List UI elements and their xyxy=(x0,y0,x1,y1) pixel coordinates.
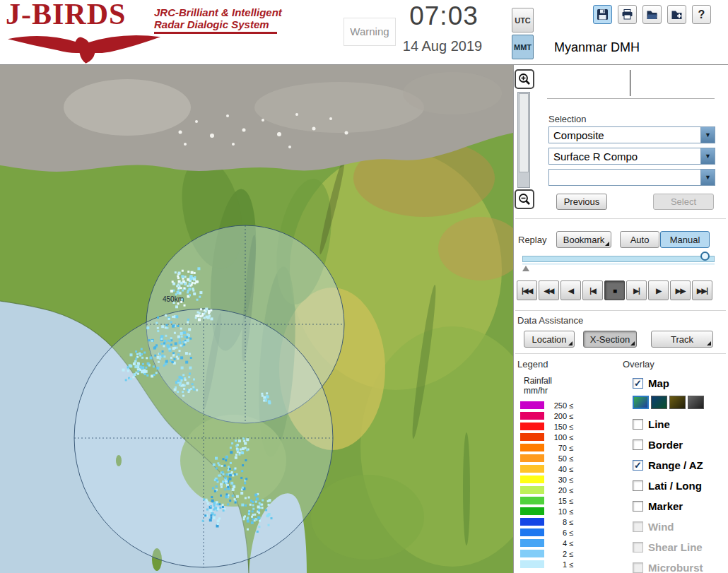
legend-row: 20≤ xyxy=(520,485,573,495)
playback-controls: |◀◀◀◀◀|◀■▶|▶▶▶▶▶| xyxy=(517,280,712,300)
zoom-in-button[interactable] xyxy=(515,69,534,89)
x-section-button[interactable]: X-Section xyxy=(583,331,637,348)
playback-last-button[interactable]: ▶▶| xyxy=(692,280,712,300)
mmt-button[interactable]: MMT xyxy=(512,35,534,59)
legend-row: 2≤ xyxy=(520,548,573,559)
composite-dropdown[interactable]: Composite ▼ xyxy=(548,126,715,143)
legend-value: 250 xyxy=(546,401,567,410)
map-style-swatch-navy-green[interactable] xyxy=(651,396,667,409)
map-style-swatch-gray-dark[interactable] xyxy=(688,396,704,409)
legend-value: 30 xyxy=(546,475,567,484)
overlay-item-border[interactable]: Border xyxy=(633,438,683,451)
export-button[interactable] xyxy=(667,5,686,24)
legend-row: 30≤ xyxy=(520,474,573,485)
playback-rewind-button[interactable]: ◀◀ xyxy=(539,280,559,300)
manual-button[interactable]: Manual xyxy=(660,231,710,248)
legend-value: 100 xyxy=(546,433,567,442)
control-panel: Selection Composite ▼ Surface R Compo ▼ … xyxy=(513,65,728,573)
legend-lte-sign: ≤ xyxy=(569,539,573,548)
checkbox-checked[interactable] xyxy=(633,460,643,471)
chevron-down-icon[interactable]: ▼ xyxy=(700,148,715,164)
print-button[interactable] xyxy=(618,5,637,24)
chevron-down-icon[interactable]: ▼ xyxy=(700,170,715,185)
checkbox[interactable] xyxy=(633,439,643,450)
legend-color-swatch xyxy=(520,412,544,420)
overlay-item-marker[interactable]: Marker xyxy=(633,500,683,513)
utc-button[interactable]: UTC xyxy=(512,8,534,33)
checkbox-checked[interactable] xyxy=(633,378,643,389)
checkbox[interactable] xyxy=(633,419,643,430)
legend-row: 100≤ xyxy=(520,432,573,442)
playback-stop-button[interactable]: ■ xyxy=(604,280,625,300)
legend-value: 8 xyxy=(546,518,567,526)
legend-value: 10 xyxy=(546,507,567,516)
save-button[interactable] xyxy=(593,5,612,24)
clock-time: 07:03 xyxy=(401,1,486,31)
logo-title: J-BIRDS xyxy=(6,0,126,31)
auto-button[interactable]: Auto xyxy=(620,231,659,248)
legend-lte-sign: ≤ xyxy=(569,518,573,526)
chevron-down-icon[interactable]: ▼ xyxy=(700,127,715,143)
legend-unit-line2: mm/hr xyxy=(524,386,548,396)
overlay-item-wind: Wind xyxy=(633,520,674,533)
help-icon: ? xyxy=(698,8,705,21)
radar-map[interactable]: 450km xyxy=(0,65,513,573)
zoom-in-icon xyxy=(517,72,532,86)
zoom-scrollbar-thumb[interactable] xyxy=(519,93,529,172)
product-dropdown[interactable]: Surface R Compo ▼ xyxy=(548,148,715,165)
legend-lte-sign: ≤ xyxy=(569,497,573,505)
legend-color-swatch xyxy=(520,444,544,451)
legend-color-swatch xyxy=(520,518,544,526)
dropdown-value: Composite xyxy=(549,129,700,141)
checkbox xyxy=(633,542,643,553)
open-button[interactable] xyxy=(642,5,662,24)
track-button[interactable]: Track xyxy=(651,331,713,348)
divider xyxy=(515,310,726,311)
legend-color-swatch xyxy=(520,475,544,483)
overlay-item-map[interactable]: Map xyxy=(633,377,669,390)
playback-play-button[interactable]: ▶ xyxy=(648,280,669,300)
overlay-item-range-az[interactable]: Range / AZ xyxy=(633,459,703,472)
map-style-swatch-green-blue[interactable] xyxy=(633,396,649,409)
overlay-item-lati-long[interactable]: Lati / Long xyxy=(633,479,702,492)
checkbox[interactable] xyxy=(633,480,643,491)
overlay-item-shear-line: Shear Line xyxy=(633,540,703,554)
legend-value: 4 xyxy=(546,539,567,548)
playback-fast-forward-button[interactable]: ▶▶ xyxy=(670,280,691,300)
legend-value: 150 xyxy=(546,423,567,431)
legend-lte-sign: ≤ xyxy=(569,401,573,410)
replay-slider-handle[interactable] xyxy=(700,252,710,261)
checkbox[interactable] xyxy=(633,501,643,512)
zoom-out-button[interactable] xyxy=(515,189,534,209)
map-viewport: 450km xyxy=(0,65,513,573)
overlay-label: Range / AZ xyxy=(648,459,703,471)
logo-underline xyxy=(154,32,277,34)
select-button[interactable]: Select xyxy=(653,194,714,210)
legend-row: 15≤ xyxy=(520,495,573,506)
legend-lte-sign: ≤ xyxy=(569,528,573,537)
toolbar: ? xyxy=(593,5,711,24)
station-text-field[interactable] xyxy=(547,67,715,99)
warning-indicator: Warning xyxy=(344,18,396,46)
save-icon xyxy=(597,8,609,20)
checkbox xyxy=(633,521,643,532)
elevation-dropdown[interactable]: ▼ xyxy=(548,169,715,186)
legend-value: 2 xyxy=(546,550,567,558)
location-button[interactable]: Location xyxy=(524,331,575,348)
replay-timeline-slider[interactable] xyxy=(522,256,715,262)
map-style-swatch-olive-dark[interactable] xyxy=(669,396,686,409)
previous-button[interactable]: Previous xyxy=(556,194,607,210)
zoom-scrollbar[interactable] xyxy=(517,92,530,188)
playback-play-back-button[interactable]: ◀ xyxy=(560,280,581,300)
checkbox xyxy=(633,562,643,573)
help-button[interactable]: ? xyxy=(692,5,711,24)
legend-value: 20 xyxy=(546,486,567,495)
legend-lte-sign: ≤ xyxy=(569,475,573,484)
playback-first-button[interactable]: |◀◀ xyxy=(517,280,537,300)
legend-value: 70 xyxy=(546,444,567,452)
playback-step-back-button[interactable]: |◀ xyxy=(582,280,603,300)
folder-icon xyxy=(646,8,658,20)
bookmark-button[interactable]: Bookmark xyxy=(556,231,611,248)
playback-step-forward-button[interactable]: ▶| xyxy=(626,280,647,300)
overlay-item-line[interactable]: Line xyxy=(633,418,670,431)
